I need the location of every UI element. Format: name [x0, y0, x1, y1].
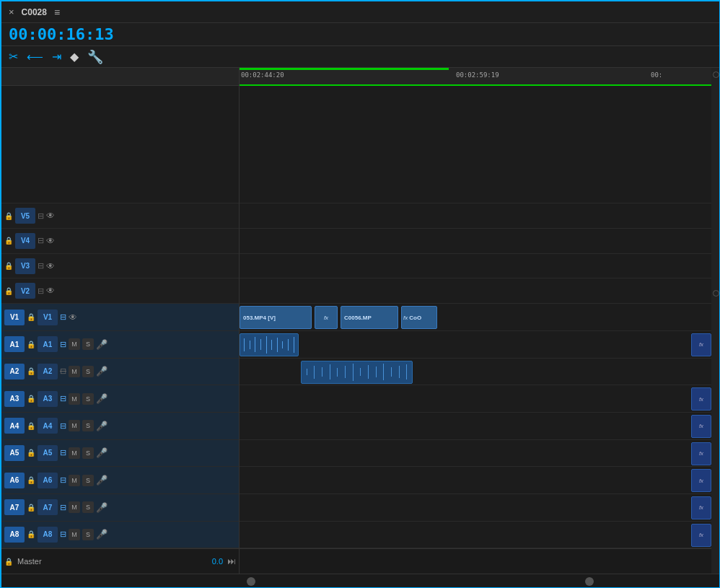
track-label-v2[interactable]: V2 — [15, 283, 35, 299]
horizontal-scrollbar[interactable] — [1, 574, 720, 588]
solo-a4[interactable]: S — [82, 420, 94, 431]
lock-a4[interactable]: 🔒 — [27, 422, 35, 430]
track-label-a8[interactable]: A8 — [38, 527, 58, 543]
clip-a7-fx[interactable]: fx — [691, 496, 711, 519]
track-label-v3[interactable]: V3 — [15, 258, 35, 274]
mic-a5[interactable]: 🎤 — [96, 447, 107, 458]
scroll-circle-1[interactable] — [713, 71, 719, 78]
mute-a6[interactable]: M — [69, 475, 80, 486]
active-track-v1[interactable]: V1 — [4, 310, 25, 325]
active-track-a1[interactable]: A1 — [4, 336, 25, 352]
track-label-a1[interactable]: A1 — [38, 336, 58, 352]
eye-v2[interactable]: 👁 — [46, 286, 55, 296]
solo-a2[interactable]: S — [82, 366, 94, 377]
scroll-thumb-left[interactable] — [247, 577, 255, 586]
ripple-icon[interactable]: ⇥ — [52, 50, 61, 63]
lock-v1[interactable]: 🔒 — [27, 313, 35, 321]
track-content-a1[interactable]: fx — [240, 331, 720, 359]
eye-v5[interactable]: 👁 — [46, 211, 55, 221]
eye-v3[interactable]: 👁 — [46, 261, 55, 271]
track-label-v4[interactable]: V4 — [15, 233, 35, 249]
mute-a5[interactable]: M — [69, 447, 80, 459]
track-label-a4[interactable]: A4 — [38, 418, 58, 434]
track-content-a2[interactable] — [240, 359, 720, 386]
lock-a8[interactable]: 🔒 — [27, 530, 35, 538]
clip-a1-1[interactable] — [240, 333, 299, 356]
clip-v1-2[interactable]: fx — [315, 306, 338, 329]
solo-a7[interactable]: S — [82, 501, 94, 513]
mute-a3[interactable]: M — [69, 393, 80, 405]
close-button[interactable]: × — [9, 6, 14, 17]
clip-a2-1[interactable] — [301, 361, 413, 384]
active-track-a7[interactable]: A7 — [4, 499, 25, 515]
clip-a3-1[interactable]: fx — [691, 387, 711, 411]
toolbar: ✂ ⟵ ⇥ ◆ 🔧 — [1, 46, 720, 68]
track-label-a3[interactable]: A3 — [38, 391, 58, 407]
solo-a6[interactable]: S — [82, 475, 94, 486]
mute-a2[interactable]: M — [69, 366, 80, 377]
mic-a6[interactable]: 🎤 — [96, 475, 107, 486]
razor-tool-icon[interactable]: ✂ — [9, 50, 18, 63]
track-label-a6[interactable]: A6 — [38, 473, 58, 488]
track-label-v1[interactable]: V1 — [38, 310, 58, 325]
active-track-a2[interactable]: A2 — [4, 364, 25, 379]
mic-a3[interactable]: 🎤 — [96, 393, 107, 404]
track-content-a8: fx — [240, 522, 720, 549]
mute-a7[interactable]: M — [69, 501, 80, 513]
mic-a7[interactable]: 🎤 — [96, 502, 107, 513]
active-track-a6[interactable]: A6 — [4, 473, 25, 488]
wrench-icon[interactable]: 🔧 — [87, 49, 103, 65]
lock-v2[interactable]: 🔒 — [4, 287, 13, 295]
clip-v1-4[interactable]: fx CoO — [401, 306, 437, 329]
mute-a4[interactable]: M — [69, 420, 80, 431]
track-header-v4: 🔒 V4 ⊟ 👁 — [1, 229, 239, 254]
clip-a4-fx[interactable]: fx — [691, 415, 711, 438]
track-label-v5[interactable]: V5 — [15, 208, 35, 224]
clip-a5-fx[interactable]: fx — [691, 442, 711, 465]
active-track-a5[interactable]: A5 — [4, 445, 25, 461]
clip-a1-2[interactable]: fx — [691, 333, 711, 356]
clip-v1-3[interactable]: C0056.MP — [341, 306, 398, 329]
mic-a8[interactable]: 🎤 — [96, 529, 107, 540]
lock-a1[interactable]: 🔒 — [27, 341, 35, 348]
mute-a1[interactable]: M — [69, 338, 80, 350]
lock-a6[interactable]: 🔒 — [27, 476, 35, 484]
lock-v4[interactable]: 🔒 — [4, 237, 13, 245]
eye-v4[interactable]: 👁 — [46, 236, 55, 246]
lock-a5[interactable]: 🔒 — [27, 449, 35, 457]
mic-a2[interactable]: 🎤 — [96, 366, 107, 377]
solo-a8[interactable]: S — [82, 529, 94, 540]
scroll-circle-2[interactable] — [713, 290, 719, 297]
menu-icon[interactable]: ≡ — [54, 6, 60, 18]
vertical-scrollbar[interactable] — [711, 68, 720, 574]
solo-a1[interactable]: S — [82, 338, 94, 350]
lock-v5[interactable]: 🔒 — [4, 212, 13, 220]
lock-a3[interactable]: 🔒 — [27, 395, 35, 403]
active-track-a8[interactable]: A8 — [4, 527, 25, 543]
clip-a6-fx[interactable]: fx — [691, 469, 711, 492]
active-track-a4[interactable]: A4 — [4, 418, 25, 434]
active-track-a3[interactable]: A3 — [4, 391, 25, 407]
marker-icon[interactable]: ◆ — [70, 50, 79, 63]
track-content-a3[interactable]: fx — [240, 385, 720, 413]
solo-a5[interactable]: S — [82, 447, 94, 459]
clip-v1-1[interactable]: 053.MP4 [V] — [240, 306, 312, 329]
lock-a7[interactable]: 🔒 — [27, 504, 35, 512]
mic-a4[interactable]: 🎤 — [96, 421, 107, 431]
solo-a3[interactable]: S — [82, 393, 94, 405]
track-label-a5[interactable]: A5 — [38, 445, 58, 461]
eye-v1[interactable]: 👁 — [69, 312, 77, 322]
track-content-v1[interactable]: 053.MP4 [V] fx C0056.MP fx CoO — [240, 304, 720, 331]
lock-master[interactable]: 🔒 — [4, 558, 13, 566]
mute-a8[interactable]: M — [69, 529, 80, 540]
master-skip-icon[interactable]: ⏭ — [227, 556, 236, 566]
track-label-a7[interactable]: A7 — [38, 499, 58, 515]
track-select-icon[interactable]: ⟵ — [27, 50, 43, 63]
mic-a1[interactable]: 🎤 — [96, 339, 107, 350]
lock-a2[interactable]: 🔒 — [27, 367, 35, 375]
scroll-thumb-right[interactable] — [585, 577, 594, 586]
track-label-a2[interactable]: A2 — [38, 364, 58, 379]
lock-v3[interactable]: 🔒 — [4, 262, 13, 270]
timeline-ruler: 00:02:44:20 00:02:59:19 00: — [240, 68, 720, 86]
clip-a8-fx[interactable]: fx — [691, 524, 711, 547]
